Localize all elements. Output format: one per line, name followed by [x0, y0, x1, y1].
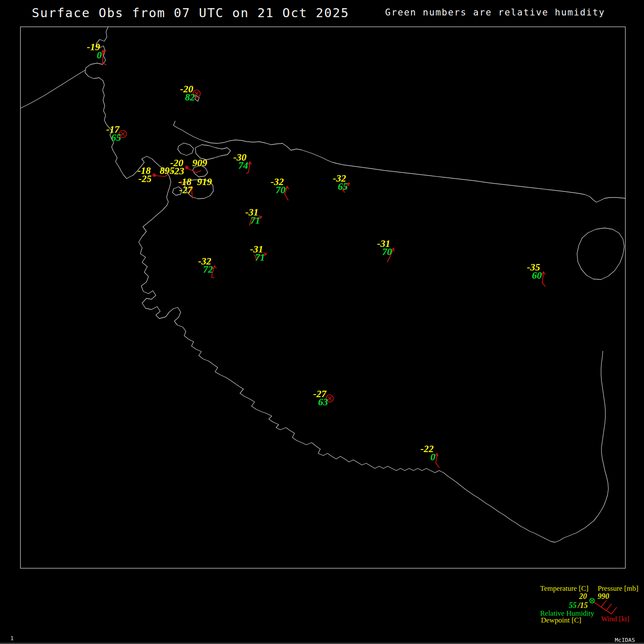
coastline-island	[178, 143, 194, 155]
legend-pressure-value: 990	[598, 592, 609, 600]
wind-barb-icon	[165, 175, 167, 176]
wind-barb-icon	[285, 194, 288, 200]
legend-wind-barb-icon	[594, 602, 611, 614]
mcidas-window: Surface Obs from 07 UTC on 21 Oct 2025 G…	[0, 0, 644, 644]
wind-barb-icon	[155, 176, 165, 176]
legend-temperature-value: 20	[579, 592, 587, 600]
legend-wind-label: Wind [kt]	[601, 615, 629, 623]
frame-number: 1	[10, 635, 14, 641]
wind-barb-arrowhead-icon	[437, 453, 438, 456]
legend-dewpoint-value: /15	[578, 601, 588, 609]
legend-wind-barb-icon	[606, 604, 611, 611]
coastline-island	[195, 95, 199, 101]
wind-barb-icon	[196, 170, 201, 173]
legend-humidity-value: 55	[569, 601, 577, 609]
legend-temperature-label: Temperature [C]	[540, 585, 589, 592]
wind-barb-icon	[256, 254, 265, 257]
wind-barb-arrowhead-icon	[264, 253, 267, 254]
coastline-island	[195, 145, 231, 160]
coastline-path	[85, 27, 133, 179]
wind-barb-arrowhead-icon	[259, 216, 262, 217]
legend-pressure-label: Pressure [mb]	[598, 585, 638, 592]
wind-barb-icon	[212, 274, 212, 277]
legend-dewpoint-label: Dewpoint [C]	[541, 617, 581, 624]
wind-barb-icon	[212, 277, 214, 278]
wind-barb-arrowhead-icon	[215, 266, 216, 268]
wind-barb-icon	[542, 283, 545, 286]
wind-barb-icon	[436, 454, 437, 463]
legend-wind-barb-icon	[611, 608, 617, 614]
legend-wind-barb-icon	[601, 601, 606, 607]
wind-barb-icon	[343, 184, 349, 190]
coastline-island	[577, 228, 624, 279]
map-canvas	[0, 0, 644, 644]
coastline-path	[133, 156, 608, 542]
station-symbol-layer	[102, 50, 545, 468]
wind-barb-icon	[387, 258, 389, 262]
wind-barb-icon	[251, 217, 261, 220]
coastline-path	[173, 121, 626, 202]
wind-barb-icon	[103, 53, 103, 63]
wind-barb-icon	[249, 220, 251, 225]
wind-barb-arrowhead-icon	[287, 186, 289, 189]
wind-barb-icon	[436, 463, 439, 468]
coastline-layer	[21, 27, 626, 542]
mcidas-brand: McIDAS	[615, 637, 635, 643]
coastline-island	[173, 187, 182, 195]
wind-barb-icon	[246, 172, 249, 173]
wind-barb-arrowhead-icon	[394, 248, 394, 251]
wind-barb-icon	[188, 168, 196, 173]
coastline-path	[21, 70, 85, 108]
wind-barb-icon	[389, 249, 393, 258]
coastline-island	[185, 179, 213, 199]
